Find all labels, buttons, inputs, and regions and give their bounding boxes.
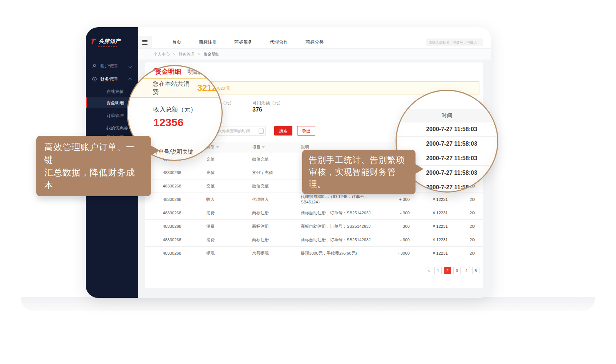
cell-amount: + 300 — [388, 197, 410, 202]
chevron-down-icon — [129, 64, 132, 68]
magnified-tab-active: 资金明细 — [155, 68, 181, 75]
cell-type: 充值 — [206, 157, 252, 162]
brand-subtext — [98, 46, 118, 47]
cell-type: 提现 — [206, 251, 252, 256]
sort-caret-icon — [216, 146, 219, 148]
breadcrumb-item[interactable]: 财务管理 — [179, 52, 195, 56]
cell-money: ¥ 12231 — [410, 211, 448, 215]
callout-right: 告别手工统计、告别繁琐 审核，实现智能财务管 理。 — [302, 150, 416, 194]
top-nav-tabs: 首页 商标注册 商标服务 代理合作 商标分类 — [163, 36, 332, 48]
header-project[interactable]: 项目 — [252, 145, 301, 150]
cell-project: 支付宝充值 — [252, 170, 301, 175]
cell-order: 48330268 — [163, 224, 206, 228]
cell-time: 2000-7-27 11:58:03 — [470, 197, 475, 202]
sidebar-item-label: 财务管理 — [100, 76, 118, 82]
table-row: 48330268 消费 商标注册 商标自助注册，订单号：SB2514263J -… — [145, 220, 483, 233]
sidebar-item-label: 订单管理 — [106, 113, 124, 119]
laptop-base — [21, 297, 595, 311]
breadcrumb: 个人中心 > 财务管理 > 资金明细 — [138, 49, 491, 60]
search-button[interactable]: 搜索 — [274, 126, 292, 136]
cell-desc: 提现3000元，手续费2%(60元) — [301, 251, 388, 256]
pagination-prev[interactable]: < — [425, 267, 432, 274]
cell-project: 微信充值 — [252, 157, 301, 162]
breadcrumb-item[interactable]: 个人中心 — [154, 52, 170, 56]
consumption-amount: 7820 元 — [216, 86, 230, 90]
cell-project: 余额提现 — [252, 251, 301, 256]
available-balance-label: 可用余额（元） — [252, 100, 283, 106]
cell-order: 48330268 — [163, 184, 206, 188]
nav-item-home[interactable]: 首页 — [163, 36, 190, 48]
user-icon — [92, 64, 97, 69]
cell-money: ¥ 12231 — [410, 238, 448, 242]
chevron-up-icon — [129, 77, 132, 81]
cell-type: 收入 — [206, 197, 252, 202]
magnified-consumption-banner: 您在本站共消费 32124 — [128, 78, 222, 98]
cell-time: 2000-7-27 11:58:03 — [470, 238, 475, 242]
callout-left: 高效管理账户订单、一键 汇总数据，降低财务成本 — [36, 136, 151, 196]
cell-type: 消费 — [206, 237, 252, 243]
finance-icon — [92, 77, 97, 82]
cell-project: 商标注册 — [252, 210, 301, 216]
cell-order: 48330268 — [163, 211, 206, 215]
nav-item-trademark-service[interactable]: 商标服务 — [226, 36, 261, 48]
sort-caret-icon — [262, 146, 265, 148]
table-row: 48330268 提现 余额提现 提现3000元，手续费2%(60元) - 30… — [145, 247, 483, 260]
sidebar-item-label: 账户管理 — [100, 63, 118, 69]
stats-divider — [247, 99, 247, 115]
cell-type: 消费 — [206, 224, 252, 229]
breadcrumb-current: 资金明细 — [203, 52, 219, 56]
cell-type: 消费 — [206, 210, 252, 216]
header-type[interactable]: 类型 — [206, 145, 252, 150]
cell-order: 48330268 — [163, 197, 206, 202]
pagination-page-2-active[interactable]: 2 — [444, 267, 451, 274]
cell-money: ¥ 12231 — [410, 197, 448, 202]
cell-time: 2000-7-27 11:58:03 — [470, 211, 475, 215]
magnified-time-header: 时间 — [397, 109, 497, 122]
cell-desc: 商标自助注册，订单号：SB2514263J — [301, 237, 388, 243]
cell-order: 48330268 — [163, 170, 206, 175]
calendar-icon[interactable] — [259, 129, 264, 134]
cell-order: 48330268 — [163, 238, 206, 242]
sidebar-item-finance[interactable]: 财务管理 — [86, 74, 138, 85]
magnified-income-value: 12356 — [153, 116, 183, 129]
magnified-income-label: 收入总额（元） — [153, 105, 196, 114]
expense-total-label: （元） — [221, 100, 234, 106]
magnified-banner-text: 您在本站共消费 — [153, 80, 194, 96]
trademark-search-input[interactable] — [426, 39, 483, 46]
cell-project: 代理收入 — [252, 197, 301, 202]
magnified-time-value: 2000-7-27 11:58:03 — [397, 137, 497, 151]
pagination-page-4[interactable]: 4 — [463, 267, 470, 274]
brand-logo-icon — [91, 39, 97, 44]
pagination-page-5[interactable]: 5 — [472, 267, 479, 274]
cell-order: 48330268 — [163, 251, 206, 255]
sidebar-item-label: 在线充值 — [106, 89, 124, 95]
cell-desc: 代理提成300元（ID:1245，订单号：SB45124） — [301, 194, 388, 205]
cell-project: 商标注册 — [252, 237, 301, 243]
sidebar-item-account[interactable]: 账户管理 — [86, 61, 138, 72]
cell-project: 商标注册 — [252, 224, 301, 229]
sidebar-item-label: 我的优惠券 — [106, 125, 128, 131]
brand-logo: 头牌知产 — [91, 38, 121, 45]
cell-desc: 商标自助注册，订单号：SB2514263J — [301, 224, 388, 229]
cell-amount: - 300 — [388, 238, 410, 242]
cell-amount: - 300 — [388, 211, 410, 215]
cell-project: 微信充值 — [252, 183, 301, 189]
nav-item-trademark-register[interactable]: 商标注册 — [190, 36, 226, 48]
top-navigation: 首页 商标注册 商标服务 代理合作 商标分类 — [138, 27, 491, 49]
breadcrumb-separator: > — [198, 52, 200, 56]
page: 头牌知产 账户管理 财务管理 在线充值 资金明细 — [0, 0, 616, 364]
nav-item-agent-cooperation[interactable]: 代理合作 — [261, 36, 297, 48]
cell-desc: 商标自助注册，订单号：SB2514263J — [301, 210, 388, 216]
pagination-page-1[interactable]: 1 — [434, 267, 442, 274]
export-button[interactable]: 导出 — [297, 126, 315, 136]
table-row: 48330268 消费 商标注册 商标自助注册，订单号：SB2514263J -… — [145, 233, 483, 247]
cell-money: ¥ 12231 — [410, 224, 448, 228]
cell-amount: - 3060 — [388, 251, 410, 255]
cell-type: 充值 — [206, 170, 252, 175]
menu-icon[interactable] — [138, 36, 152, 48]
cell-time: 2000-7-27 11:58:03 — [470, 224, 475, 228]
cell-amount: - 300 — [388, 224, 410, 228]
pagination-page-3[interactable]: 3 — [453, 267, 461, 274]
table-row: 48330268 收入 代理收入 代理提成300元（ID:1245，订单号：SB… — [145, 193, 483, 206]
nav-item-trademark-category[interactable]: 商标分类 — [297, 36, 332, 48]
